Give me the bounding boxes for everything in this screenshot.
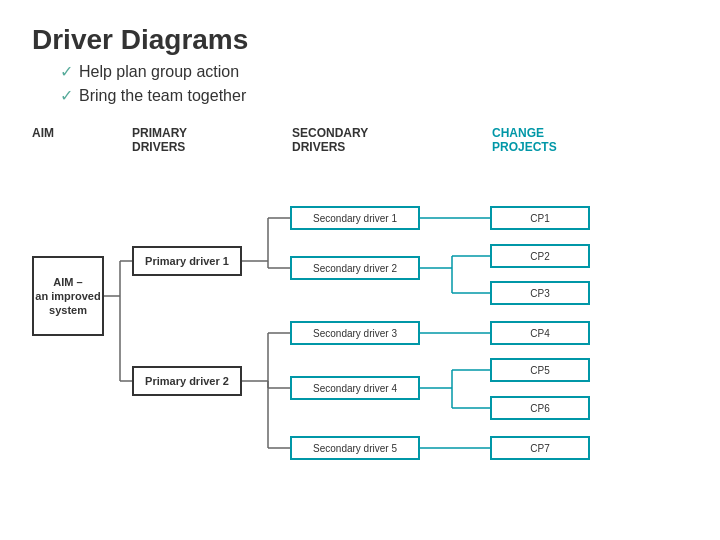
cp-box-6: CP6	[490, 396, 590, 420]
bullet-2: ✓ Bring the team together	[60, 84, 688, 108]
page-title: Driver Diagrams	[32, 24, 688, 56]
bullet-list: ✓ Help plan group action ✓ Bring the tea…	[60, 60, 688, 108]
cp-box-2: CP2	[490, 244, 590, 268]
check-icon-1: ✓	[60, 60, 73, 84]
secondary-driver-5: Secondary driver 5	[290, 436, 420, 460]
page: Driver Diagrams ✓ Help plan group action…	[0, 0, 720, 540]
secondary-driver-3: Secondary driver 3	[290, 321, 420, 345]
secondary-driver-1: Secondary driver 1	[290, 206, 420, 230]
diagram-area: AIM PRIMARY DRIVERS SECONDARY DRIVERS CH…	[32, 126, 688, 486]
cp-box-1: CP1	[490, 206, 590, 230]
secondary-driver-2: Secondary driver 2	[290, 256, 420, 280]
col-header-aim: AIM	[32, 126, 102, 140]
primary-driver-1: Primary driver 1	[132, 246, 242, 276]
cp-box-4: CP4	[490, 321, 590, 345]
col-header-primary: PRIMARY DRIVERS	[132, 126, 232, 155]
bullet-1: ✓ Help plan group action	[60, 60, 688, 84]
aim-box: AIM –an improvedsystem	[32, 256, 104, 336]
connector-lines	[32, 126, 688, 486]
secondary-driver-4: Secondary driver 4	[290, 376, 420, 400]
cp-box-3: CP3	[490, 281, 590, 305]
check-icon-2: ✓	[60, 84, 73, 108]
bullet-text-1: Help plan group action	[79, 60, 239, 84]
cp-box-5: CP5	[490, 358, 590, 382]
primary-driver-2: Primary driver 2	[132, 366, 242, 396]
col-header-secondary: SECONDARY DRIVERS	[292, 126, 412, 155]
cp-box-7: CP7	[490, 436, 590, 460]
col-header-change: CHANGE PROJECTS	[492, 126, 602, 155]
bullet-text-2: Bring the team together	[79, 84, 246, 108]
